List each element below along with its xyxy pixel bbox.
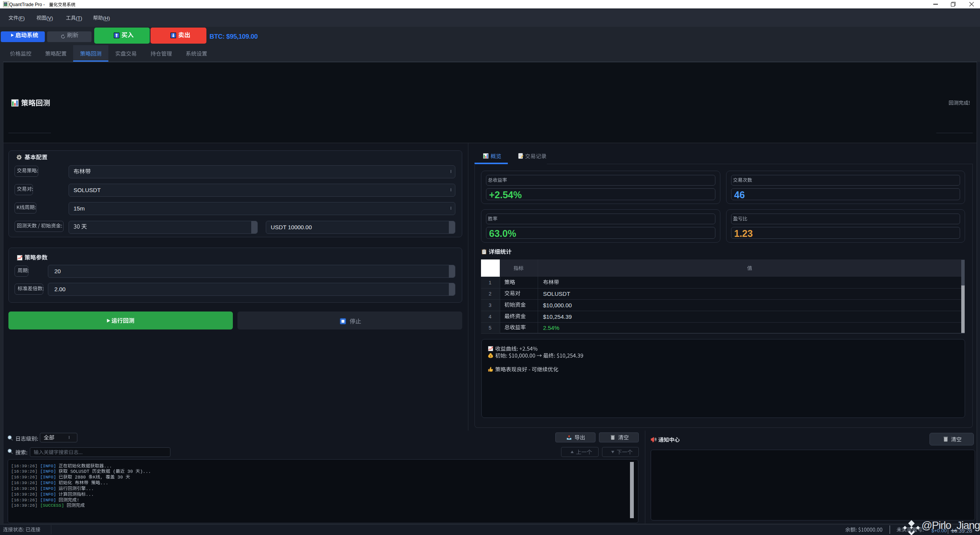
svg-text:$: $ bbox=[490, 355, 491, 358]
